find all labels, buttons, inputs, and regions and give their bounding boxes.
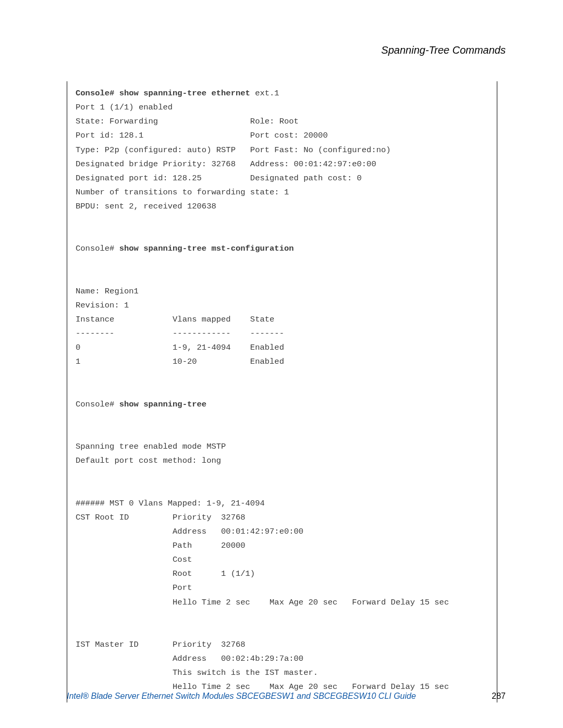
page-footer: Intel® Blade Server Ethernet Switch Modu… bbox=[0, 692, 563, 701]
page: Spanning-Tree Commands Console# show spa… bbox=[0, 0, 563, 728]
chapter-title: Spanning-Tree Commands bbox=[67, 44, 506, 56]
footer-page-number: 287 bbox=[492, 692, 506, 701]
cli-output-block: Console# show spanning-tree ethernet ext… bbox=[67, 81, 497, 702]
footer-book-title: Intel® Blade Server Ethernet Switch Modu… bbox=[67, 692, 416, 701]
